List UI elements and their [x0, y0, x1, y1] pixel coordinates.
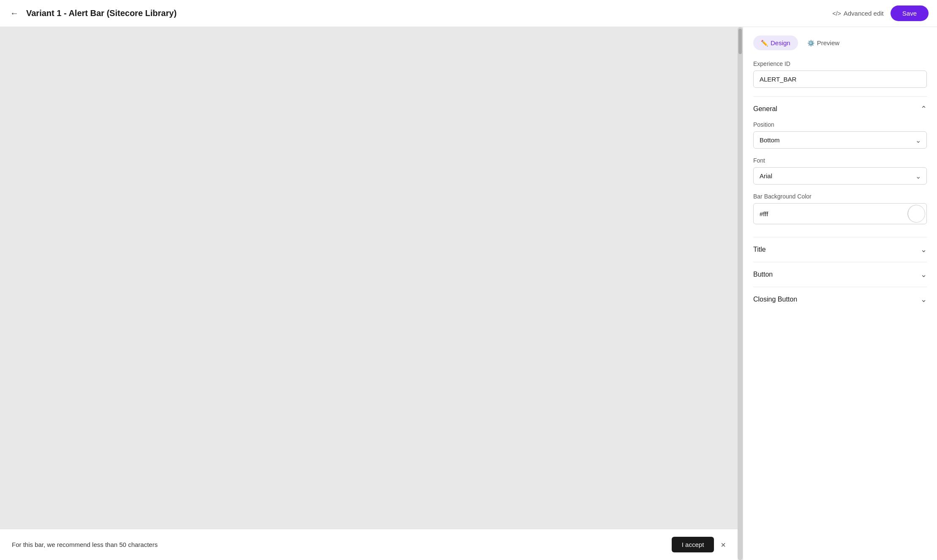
closing-button-section-header[interactable]: Closing Button ⌄ — [753, 287, 927, 312]
preview-tab-icon: ⚙️ — [807, 40, 814, 46]
preview-tab-label: Preview — [817, 39, 839, 46]
right-panel: ✏️ Design ⚙️ Preview Experience ID Gener… — [743, 27, 937, 560]
canvas-area: For this bar, we recommend less than 50 … — [0, 27, 743, 560]
font-group: Font Arial Helvetica Verdana Georgia Tim… — [753, 157, 927, 185]
general-section-title: General — [753, 105, 777, 113]
general-chevron-up-icon: ⌃ — [921, 104, 927, 114]
button-section-header[interactable]: Button ⌄ — [753, 262, 927, 287]
font-select-wrapper: Arial Helvetica Verdana Georgia Times Ne… — [753, 167, 927, 185]
bar-bg-color-group: Bar Background Color — [753, 193, 927, 224]
scrollbar[interactable] — [738, 27, 743, 560]
position-label: Position — [753, 121, 927, 128]
bar-bg-color-input[interactable] — [754, 206, 906, 222]
font-label: Font — [753, 157, 927, 164]
back-button[interactable]: ← — [8, 7, 20, 20]
alert-bar-text: For this bar, we recommend less than 50 … — [12, 541, 158, 548]
advanced-edit-label: Advanced edit — [844, 10, 884, 17]
font-select[interactable]: Arial Helvetica Verdana Georgia Times Ne… — [753, 167, 927, 185]
accept-button[interactable]: I accept — [672, 537, 714, 552]
close-alert-button[interactable]: × — [721, 541, 726, 549]
experience-id-label: Experience ID — [753, 60, 927, 67]
title-section-header[interactable]: Title ⌄ — [753, 237, 927, 262]
bar-bg-color-label: Bar Background Color — [753, 193, 927, 200]
experience-id-group: Experience ID — [753, 60, 927, 88]
code-icon: </> — [832, 10, 841, 17]
color-swatch[interactable] — [908, 205, 925, 222]
tab-design[interactable]: ✏️ Design — [753, 35, 798, 50]
title-chevron-down-icon: ⌄ — [921, 245, 927, 254]
position-select[interactable]: Top Bottom — [753, 131, 927, 149]
general-section-header[interactable]: General ⌃ — [753, 96, 927, 121]
alert-bar-actions: I accept × — [672, 537, 726, 552]
tab-preview[interactable]: ⚙️ Preview — [800, 35, 847, 50]
position-group: Position Top Bottom ⌄ — [753, 121, 927, 149]
header: ← Variant 1 - Alert Bar (Sitecore Librar… — [0, 0, 937, 27]
closing-button-chevron-down-icon: ⌄ — [921, 295, 927, 304]
color-input-wrapper — [753, 203, 927, 224]
advanced-edit-button[interactable]: </> Advanced edit — [832, 10, 883, 17]
design-tab-label: Design — [771, 39, 790, 46]
button-chevron-down-icon: ⌄ — [921, 270, 927, 279]
button-section-title: Button — [753, 271, 773, 278]
experience-id-input[interactable] — [753, 71, 927, 88]
scrollbar-thumb — [738, 29, 742, 54]
save-button[interactable]: Save — [891, 5, 929, 21]
title-section-title: Title — [753, 246, 766, 253]
alert-bar: For this bar, we recommend less than 50 … — [0, 529, 738, 560]
position-select-wrapper: Top Bottom ⌄ — [753, 131, 927, 149]
page-title: Variant 1 - Alert Bar (Sitecore Library) — [26, 8, 177, 18]
general-section-content: Position Top Bottom ⌄ Font Arial Helveti… — [753, 121, 927, 237]
header-right: </> Advanced edit Save — [832, 5, 929, 21]
closing-button-section-title: Closing Button — [753, 296, 797, 303]
tabs-container: ✏️ Design ⚙️ Preview — [753, 35, 927, 50]
main-layout: For this bar, we recommend less than 50 … — [0, 27, 937, 560]
header-left: ← Variant 1 - Alert Bar (Sitecore Librar… — [8, 7, 177, 20]
design-tab-icon: ✏️ — [761, 40, 768, 46]
